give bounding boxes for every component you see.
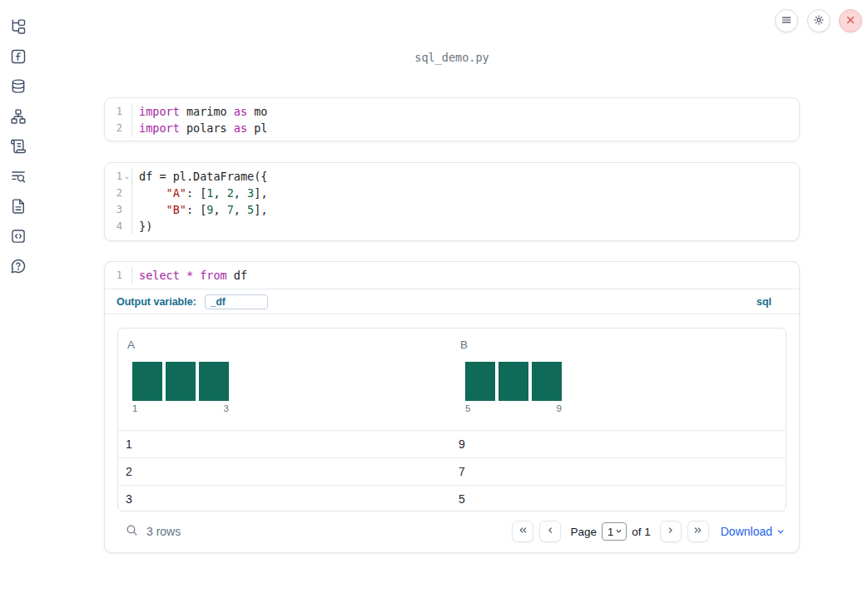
previous-page-button[interactable]	[539, 521, 561, 542]
column-header-b[interactable]: B 5 9	[451, 329, 786, 430]
code-line[interactable]: 2 "A": [1, 2, 3],	[105, 185, 799, 201]
sidebar-item-documentation[interactable]	[9, 198, 27, 216]
table-cell: 1	[118, 431, 451, 457]
sql-cell-footer: Output variable: sql	[105, 289, 799, 314]
table-cell: 2	[118, 458, 451, 485]
sidebar-item-logs[interactable]	[9, 138, 27, 156]
table-row[interactable]: 35	[118, 486, 786, 511]
page-select[interactable]: 1	[602, 522, 627, 541]
output-variable-input[interactable]	[205, 294, 268, 309]
sidebar-item-outline-search[interactable]	[9, 168, 27, 186]
network-icon	[10, 108, 27, 127]
code-line[interactable]: 1import marimo as mo	[105, 103, 799, 120]
code-line[interactable]: 3 "B": [9, 7, 5],	[105, 201, 799, 218]
sidebar-item-snippets[interactable]	[9, 228, 27, 246]
column-name: B	[460, 339, 776, 351]
first-page-button[interactable]	[512, 521, 533, 542]
scroll-icon	[10, 138, 27, 157]
file-text-icon	[10, 198, 27, 217]
code-line[interactable]: 2import polars as pl	[105, 120, 799, 136]
column-header-a[interactable]: A 1 3	[118, 329, 451, 430]
code-text: "A": [1, 2, 3],	[132, 185, 268, 201]
chevron-down-icon	[614, 526, 623, 538]
next-page-button[interactable]	[660, 521, 682, 542]
table-cell: 9	[451, 431, 786, 457]
sidebar-item-variables[interactable]	[9, 48, 27, 67]
histogram-bar	[132, 362, 162, 401]
chevron-left-icon	[545, 525, 556, 538]
gear-icon	[813, 14, 825, 28]
table-cell: 5	[451, 486, 786, 511]
shutdown-button[interactable]	[839, 9, 862, 32]
sidebar-item-file-explorer[interactable]	[9, 18, 27, 37]
histogram-bar	[465, 362, 495, 401]
menu-button[interactable]	[775, 9, 798, 32]
table-body: 192735	[118, 431, 786, 511]
line-number-gutter: 1	[105, 267, 132, 284]
chevron-right-icon	[665, 525, 676, 538]
hamburger-icon	[781, 14, 792, 28]
output-variable-label: Output variable:	[117, 296, 196, 308]
code-text: "B": [9, 7, 5],	[132, 201, 268, 218]
column-histogram	[465, 362, 562, 401]
database-icon	[10, 78, 27, 97]
code-text: import polars as pl	[132, 120, 267, 136]
list-search-icon	[10, 168, 27, 187]
last-page-button[interactable]	[687, 521, 709, 542]
histogram-min-label: 5	[465, 403, 470, 413]
table-footer: 3 rows Page 1 of 1	[117, 518, 786, 545]
code-text: select * from df	[132, 267, 247, 284]
fold-chevron-icon[interactable]: ⌄	[122, 168, 131, 185]
table-search-button[interactable]	[125, 523, 139, 540]
page-total-label: of 1	[632, 526, 651, 538]
sql-cell: 1select * from df Output variable: sql A…	[104, 261, 800, 553]
line-number-gutter: 3	[105, 201, 132, 218]
settings-button[interactable]	[807, 9, 831, 32]
line-number-gutter: 4	[105, 218, 132, 235]
histogram-bar	[166, 362, 196, 401]
code-text: import marimo as mo	[132, 103, 267, 120]
histogram-bar	[498, 362, 528, 401]
table-row[interactable]: 27	[118, 458, 786, 486]
search-icon	[125, 523, 139, 540]
chevrons-right-icon	[692, 525, 703, 538]
histogram-min-label: 1	[132, 403, 137, 413]
download-button[interactable]: Download	[721, 524, 786, 540]
code-editor[interactable]: 1import marimo as mo2import polars as pl	[105, 98, 799, 141]
chevrons-left-icon	[518, 525, 528, 538]
column-histogram	[132, 362, 229, 401]
line-number-gutter: 2	[105, 120, 132, 136]
language-badge-sql[interactable]: sql	[756, 296, 771, 308]
code-text: })	[132, 218, 152, 235]
line-number-gutter: 2	[105, 185, 132, 201]
close-icon	[845, 14, 856, 28]
table-cell: 3	[118, 486, 451, 511]
notebook-title[interactable]: sql_demo.py	[104, 51, 800, 64]
sidebar-item-dependency-graph[interactable]	[9, 108, 27, 126]
histogram-max-label: 9	[557, 403, 562, 413]
sidebar-item-help[interactable]	[9, 258, 27, 276]
table-row[interactable]: 19	[118, 431, 786, 458]
code-cell-imports: 1import marimo as mo2import polars as pl	[104, 97, 800, 141]
sql-code-editor[interactable]: 1select * from df	[105, 262, 799, 289]
row-count-label: 3 rows	[146, 525, 181, 538]
cell-output-area: A 1 3 B 5 9 192735	[105, 314, 799, 554]
page-select-value: 1	[608, 526, 613, 538]
download-label: Download	[721, 525, 772, 538]
code-line[interactable]: 1⌄df = pl.DataFrame({	[105, 168, 799, 185]
chevron-down-icon	[775, 524, 786, 540]
dataframe-table: A 1 3 B 5 9 192735	[117, 328, 786, 511]
code-line[interactable]: 4})	[105, 218, 799, 235]
line-number-gutter: 1	[105, 103, 132, 120]
code-snippet-icon	[10, 228, 27, 247]
function-icon	[10, 48, 27, 67]
line-number-gutter: 1⌄	[105, 168, 132, 185]
code-line[interactable]: 1select * from df	[105, 267, 799, 284]
sidebar-item-data-sources[interactable]	[9, 78, 27, 96]
code-editor[interactable]: 1⌄df = pl.DataFrame({2 "A": [1, 2, 3],3 …	[105, 163, 799, 240]
column-name: A	[127, 339, 441, 351]
table-header-row: A 1 3 B 5 9	[118, 329, 786, 431]
page-label: Page	[570, 526, 597, 538]
help-bubble-icon	[10, 258, 27, 277]
histogram-max-label: 3	[224, 403, 229, 413]
